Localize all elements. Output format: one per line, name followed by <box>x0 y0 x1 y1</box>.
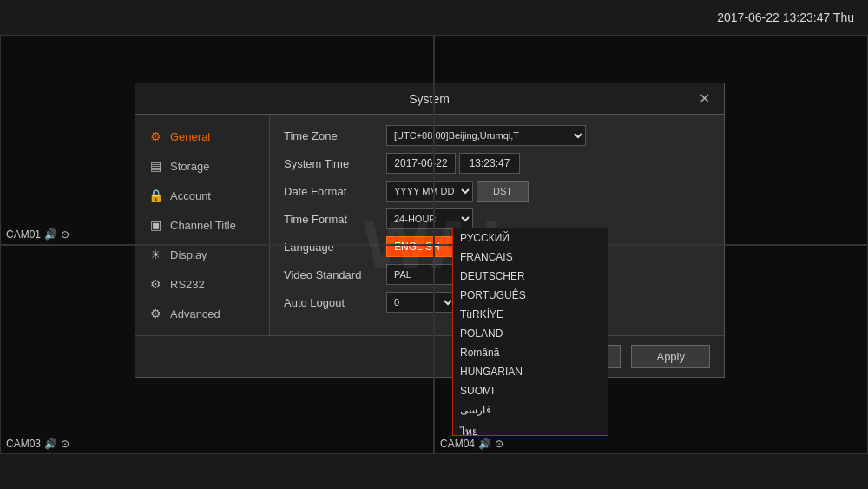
sidebar-label-account: Account <box>170 189 211 202</box>
cam1-id: CAM01 <box>6 228 41 241</box>
lang-option-german[interactable]: DEUTSCHER <box>453 267 608 286</box>
lang-option-portuguese[interactable]: PORTUGUÊS <box>453 286 608 305</box>
cam-label-1: CAM01 🔊 ⊙ <box>6 228 69 241</box>
time-format-select[interactable]: 24-HOUR 12-HOUR <box>386 208 473 229</box>
sidebar-item-advanced[interactable]: ⚙ Advanced <box>135 299 269 328</box>
language-label: Language <box>284 241 379 254</box>
auto-logout-select[interactable]: 0 1 5 10 <box>386 292 456 313</box>
lang-option-turkish[interactable]: TüRKİYE <box>453 305 608 324</box>
display-icon: ☀ <box>148 248 163 261</box>
time-format-label: Time Format <box>284 213 379 226</box>
date-format-group: YYYY MM DD DST <box>386 181 529 202</box>
dialog-close-button[interactable]: ✕ <box>695 90 713 107</box>
sidebar-item-channel-title[interactable]: ▣ Channel Title <box>135 210 269 240</box>
cam-label-4: CAM04 🔊 ⊙ <box>440 438 503 450</box>
cam4-id: CAM04 <box>440 438 475 450</box>
bottom-bar <box>0 454 868 489</box>
date-format-label: Date Format <box>284 185 379 198</box>
rs232-icon: ⚙ <box>148 277 163 291</box>
lang-option-romanian[interactable]: Română <box>453 343 608 362</box>
sidebar-label-advanced: Advanced <box>170 307 220 320</box>
video-standard-label: Video Standard <box>284 268 379 281</box>
auto-logout-label: Auto Logout <box>284 296 379 309</box>
language-dropdown[interactable]: РУССКИЙ FRANCAIS DEUTSCHER PORTUGUÊS TüR… <box>452 228 608 436</box>
dialog-title: System <box>163 92 695 106</box>
dialog-title-bar: System ✕ <box>135 83 724 115</box>
timezone-row: Time Zone [UTC+08:00]Beijing,Urumqi,T <box>284 125 710 146</box>
sidebar-item-storage[interactable]: ▤ Storage <box>135 151 269 181</box>
dialog-footer: Cancel Apply <box>135 335 724 377</box>
cam4-audio-icon: 🔊 <box>478 438 491 450</box>
form-content: Time Zone [UTC+08:00]Beijing,Urumqi,T Sy… <box>270 115 724 335</box>
channel-title-icon: ▣ <box>148 218 163 232</box>
timezone-select[interactable]: [UTC+08:00]Beijing,Urumqi,T <box>386 125 586 146</box>
timezone-label: Time Zone <box>284 129 379 142</box>
settings-sidebar: ⚙ General ▤ Storage 🔒 Account ▣ Channel … <box>135 115 270 335</box>
cam3-id: CAM03 <box>6 438 41 450</box>
account-icon: 🔒 <box>148 188 163 202</box>
lang-option-hungarian[interactable]: HUNGARIAN <box>453 362 608 381</box>
lang-option-thai[interactable]: ไทย <box>453 420 608 436</box>
apply-button[interactable]: Apply <box>631 345 710 368</box>
lang-option-finnish[interactable]: SUOMI <box>453 381 608 400</box>
sidebar-label-rs232: RS232 <box>170 278 205 291</box>
top-bar: 2017-06-22 13:23:47 Thu <box>0 0 868 35</box>
system-time-row: System Time <box>284 153 710 174</box>
lang-option-russian[interactable]: РУССКИЙ <box>453 228 608 248</box>
system-dialog: System ✕ ⚙ General ▤ Storage 🔒 Account ▣… <box>135 83 725 378</box>
sidebar-item-rs232[interactable]: ⚙ RS232 <box>135 269 269 299</box>
lang-option-polish[interactable]: POLAND <box>453 324 608 343</box>
lang-option-french[interactable]: FRANCAIS <box>453 248 608 267</box>
cam3-rec-icon: ⊙ <box>61 438 69 450</box>
datetime-display: 2017-06-22 13:23:47 Thu <box>717 10 854 24</box>
sidebar-label-general: General <box>170 130 210 143</box>
dst-button[interactable]: DST <box>477 181 529 202</box>
system-time-label: System Time <box>284 157 379 170</box>
cam4-rec-icon: ⊙ <box>495 438 503 450</box>
cam-label-3: CAM03 🔊 ⊙ <box>6 438 69 450</box>
sidebar-label-channel-title: Channel Title <box>170 219 236 232</box>
cam1-rec-icon: ⊙ <box>61 228 69 241</box>
lang-option-farsi[interactable]: فارسی <box>453 400 608 420</box>
system-clock-input[interactable] <box>459 153 520 174</box>
system-date-input[interactable] <box>386 153 456 174</box>
horizontal-divider <box>0 244 868 246</box>
sidebar-label-display: Display <box>170 248 207 261</box>
cam3-audio-icon: 🔊 <box>44 438 57 450</box>
cam1-audio-icon: 🔊 <box>44 228 57 241</box>
sidebar-item-general[interactable]: ⚙ General <box>135 122 269 151</box>
system-time-group <box>386 153 520 174</box>
advanced-icon: ⚙ <box>148 307 163 320</box>
date-format-row: Date Format YYYY MM DD DST <box>284 181 710 202</box>
general-icon: ⚙ <box>148 129 163 143</box>
sidebar-label-storage: Storage <box>170 160 210 173</box>
sidebar-item-account[interactable]: 🔒 Account <box>135 181 269 210</box>
dialog-body: ⚙ General ▤ Storage 🔒 Account ▣ Channel … <box>135 115 724 335</box>
date-format-select[interactable]: YYYY MM DD <box>386 181 473 202</box>
storage-icon: ▤ <box>148 159 163 173</box>
time-format-row: Time Format 24-HOUR 12-HOUR <box>284 208 710 229</box>
